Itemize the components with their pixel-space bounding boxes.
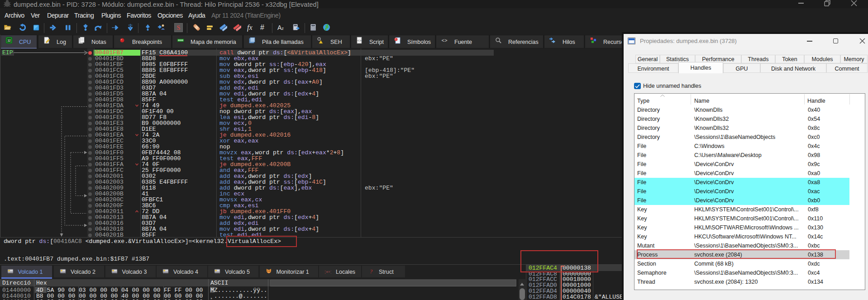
svg-text:32: 32 [7,39,11,42]
svg-text:<>: <> [441,38,447,43]
svg-text:[x=]: [x=] [325,270,331,274]
svg-text:?: ? [370,268,372,274]
svg-text:<>: <> [357,38,362,43]
